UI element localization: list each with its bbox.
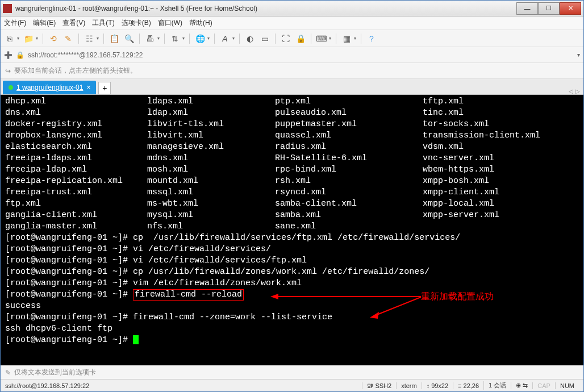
file-item: tor-socks.xml bbox=[423, 119, 489, 129]
screen-icon[interactable]: ▭ bbox=[259, 33, 270, 44]
close-button[interactable]: ✕ bbox=[560, 2, 581, 15]
tab-label: 1 wangruifenglinux-01 bbox=[16, 84, 83, 91]
file-item: RH-Satellite-6.xml bbox=[275, 153, 367, 163]
output-line: success bbox=[5, 301, 41, 311]
annotation-arrow-2-icon bbox=[370, 296, 421, 319]
file-item: freeipa-ldaps.xml bbox=[5, 153, 92, 163]
menu-file[interactable]: 文件(F) bbox=[4, 18, 26, 28]
cmd-line: firewall-cmd --zone=work --list-service bbox=[133, 312, 332, 322]
app-icon bbox=[3, 4, 12, 13]
window-titlebar: wangruifenglinux-01 - root@wangruifeng-0… bbox=[1, 1, 583, 16]
status-cap: CAP bbox=[532, 382, 555, 389]
compose-hint: 仅将文本发送到当前选项卡 bbox=[14, 368, 96, 377]
svg-line-2 bbox=[376, 297, 421, 315]
prompt: [root@wangruifeng-01 ~]# bbox=[5, 256, 128, 265]
menu-help[interactable]: 帮助(H) bbox=[189, 18, 212, 28]
file-item: xmpp-server.xml bbox=[423, 210, 499, 220]
fullscreen-icon[interactable]: ⛶ bbox=[280, 33, 291, 44]
font-icon[interactable]: A bbox=[219, 33, 231, 44]
reconnect-icon[interactable]: ⟲ bbox=[48, 33, 59, 44]
add-session-icon[interactable]: ➕ bbox=[4, 51, 12, 59]
globe-icon[interactable]: 🌐 bbox=[194, 33, 206, 44]
address-text[interactable]: ssh://root:********@192.168.57.129:22 bbox=[28, 51, 574, 59]
menu-window[interactable]: 窗口(W) bbox=[158, 18, 182, 28]
cmd-line: vim /etc/firewalld/zones/work.xml bbox=[133, 278, 302, 288]
menu-tabs[interactable]: 选项卡(B) bbox=[122, 18, 151, 28]
menu-view[interactable]: 查看(V) bbox=[62, 18, 85, 28]
keyboard-icon[interactable]: ⌨ bbox=[316, 33, 327, 44]
address-dropdown-icon[interactable]: ▾ bbox=[577, 52, 580, 58]
menu-edit[interactable]: 编辑(E) bbox=[33, 18, 56, 28]
cmd-highlight: firewall-cmd --reload bbox=[133, 289, 244, 301]
file-item: libvirt.xml bbox=[147, 131, 203, 140]
menu-bar: 文件(F) 编辑(E) 查看(V) 工具(T) 选项卡(B) 窗口(W) 帮助(… bbox=[1, 16, 583, 30]
file-item: mdns.xml bbox=[147, 153, 188, 163]
disconnect-icon[interactable]: ✎ bbox=[62, 33, 74, 44]
tab-next-icon[interactable]: ▷ bbox=[575, 88, 580, 94]
cmd-line: vi /etc/firewalld/services/ftp.xml bbox=[133, 256, 307, 265]
cmd-line: cp /usr/lib/firewalld/services/ftp.xml /… bbox=[133, 233, 460, 243]
tab-add-button[interactable]: + bbox=[98, 82, 111, 94]
file-item: mosh.xml bbox=[147, 165, 188, 174]
terminal-output[interactable]: dhcp.xml dns.xml docker-registry.xml dro… bbox=[1, 95, 583, 365]
hint-text: 要添加当前会话，点击左侧的箭头按钮。 bbox=[14, 66, 137, 76]
file-item: dropbox-lansync.xml bbox=[5, 131, 102, 140]
tab-prev-icon[interactable]: ◁ bbox=[569, 88, 573, 94]
tab-session-1[interactable]: 1 wangruifenglinux-01 × bbox=[3, 81, 96, 94]
tab-nav: ◁ ▷ bbox=[569, 88, 580, 94]
file-item: ldap.xml bbox=[147, 108, 188, 118]
tab-close-icon[interactable]: × bbox=[86, 84, 90, 91]
status-bar: ssh://root@192.168.57.129:22 🖳 SSH2 xter… bbox=[1, 379, 583, 391]
new-session-icon[interactable]: ⎘ bbox=[4, 33, 15, 44]
prompt: [root@wangruifeng-01 ~]# bbox=[5, 312, 128, 322]
annotation-arrow-1-icon bbox=[270, 293, 421, 301]
minimize-button[interactable]: — bbox=[516, 2, 538, 15]
file-item: puppetmaster.xml bbox=[275, 119, 357, 129]
status-num: NUM bbox=[555, 382, 579, 389]
refresh-icon[interactable]: ◐ bbox=[244, 33, 256, 44]
properties-icon[interactable]: ☷ bbox=[84, 33, 95, 44]
open-folder-icon[interactable]: 📁 bbox=[23, 33, 34, 44]
file-item: xmpp-client.xml bbox=[423, 187, 499, 197]
maximize-button[interactable]: ☐ bbox=[538, 2, 560, 15]
status-connection: ssh://root@192.168.57.129:22 bbox=[5, 382, 362, 389]
prompt: [root@wangruifeng-01 ~]# bbox=[5, 335, 128, 345]
status-size: ↕ 99x22 bbox=[422, 382, 453, 389]
file-item: ldaps.xml bbox=[147, 97, 193, 106]
file-item: rsyncd.xml bbox=[275, 187, 326, 197]
layout-icon[interactable]: ▦ bbox=[341, 33, 352, 44]
file-item: samba.xml bbox=[275, 210, 321, 220]
file-item: transmission-client.xml bbox=[423, 131, 540, 140]
file-item: freeipa-replication.xml bbox=[5, 176, 123, 186]
help-icon[interactable]: ? bbox=[366, 33, 377, 44]
file-item: ptp.xml bbox=[275, 97, 311, 106]
file-item: pulseaudio.xml bbox=[275, 108, 347, 118]
file-item: dhcp.xml bbox=[5, 97, 46, 106]
file-item: quassel.xml bbox=[275, 131, 331, 140]
file-item: dns.xml bbox=[5, 108, 41, 118]
hint-arrow-icon[interactable]: ↪ bbox=[5, 67, 11, 75]
status-ssh: 🖳 SSH2 bbox=[362, 382, 396, 389]
file-item: mysql.xml bbox=[147, 210, 193, 220]
cmd-line: vi /etc/firewalld/services/ bbox=[133, 244, 271, 254]
file-item: vnc-server.xml bbox=[423, 153, 494, 163]
prompt: [root@wangruifeng-01 ~]# bbox=[5, 267, 128, 277]
compose-icon[interactable]: ✎ bbox=[5, 369, 11, 377]
file-item: xmpp-local.xml bbox=[423, 199, 494, 208]
file-item: ganglia-master.xml bbox=[5, 222, 97, 231]
svg-marker-3 bbox=[370, 312, 379, 319]
terminal-cursor bbox=[133, 335, 139, 344]
file-item: rsh.xml bbox=[275, 176, 311, 186]
print-icon[interactable]: 🖶 bbox=[144, 33, 156, 44]
transfer-icon[interactable]: ⇅ bbox=[169, 33, 181, 44]
copy-icon[interactable]: 📋 bbox=[109, 33, 120, 44]
status-pos: ≡ 22,26 bbox=[453, 382, 483, 389]
paste-icon[interactable]: 🔍 bbox=[123, 33, 135, 44]
cmd-line: cp /usr/lib/firewalld/zones/work.xml /et… bbox=[133, 267, 429, 277]
status-dot-icon bbox=[9, 85, 13, 90]
menu-tools[interactable]: 工具(T) bbox=[92, 18, 114, 28]
file-item: tftp.xml bbox=[423, 97, 464, 106]
file-item: tinc.xml bbox=[423, 108, 464, 118]
lock-icon[interactable]: 🔒 bbox=[295, 33, 306, 44]
status-term: xterm bbox=[396, 382, 422, 389]
